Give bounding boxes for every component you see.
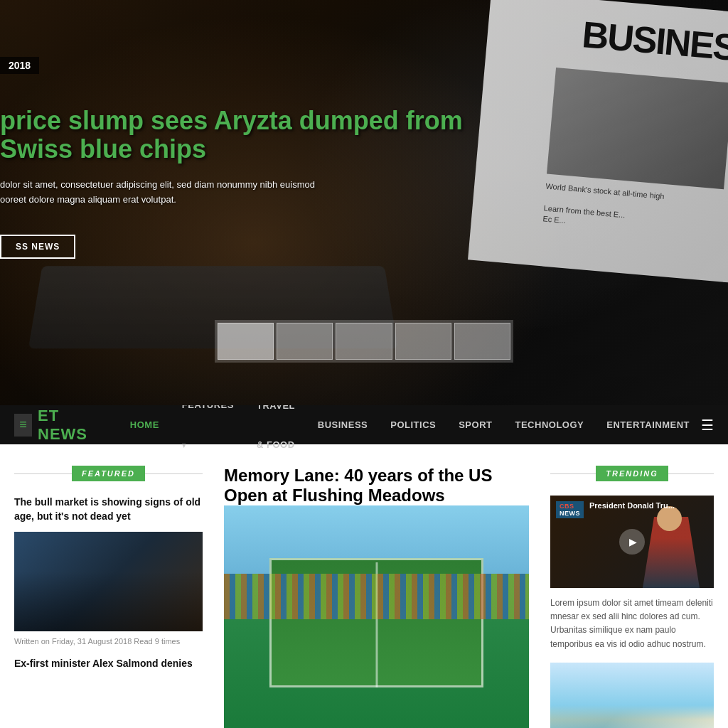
newspaper-image	[547, 68, 728, 189]
trending-column: TRENDING CBS NEWS President Donald Tru..…	[550, 466, 714, 728]
featured-article-1: The bull market is showing signs of old …	[14, 496, 203, 646]
nav-link-entertainment[interactable]: ENTERTAINMENT	[595, 405, 701, 444]
trending-image-2-bg	[550, 663, 714, 728]
main-article-title: Memory Lane: 40 years of the US Open at …	[224, 466, 529, 505]
trending-image-2	[550, 663, 714, 728]
main-article-image	[224, 505, 529, 728]
video-title: President Donald Tru...	[589, 501, 708, 510]
trending-line-right	[668, 473, 714, 474]
trending-description: Lorem ipsum dolor sit amet timeam deleni…	[550, 596, 714, 651]
hero-description: dolor sit amet, consectetuer adipiscing …	[0, 178, 315, 208]
featured-badge: FEATURED	[72, 466, 145, 481]
newspaper-subtext: World Bank's stock at all-time high Lear…	[542, 181, 723, 240]
featured-article-2-title: Ex-first minister Alex Salmond denies	[14, 657, 203, 671]
network-badge: CBS NEWS	[556, 501, 584, 518]
thumb-3[interactable]	[336, 323, 392, 360]
nav-link-politics[interactable]: POLITICS	[379, 405, 447, 444]
hero-date: 2018	[0, 57, 39, 74]
hero-slider-thumbnails	[215, 320, 513, 363]
nav-link-business[interactable]: BUSINESS	[306, 405, 379, 444]
main-content-area: FEATURED The bull market is showing sign…	[0, 444, 728, 728]
trending-badge: TRENDING	[596, 466, 668, 481]
thumb-1[interactable]	[218, 323, 274, 360]
featured-article-2: Ex-first minister Alex Salmond denies	[14, 657, 203, 671]
logo-text: ET NEWS	[38, 407, 97, 444]
nav-link-sport[interactable]: SPORT	[447, 405, 503, 444]
featured-line-right	[145, 473, 203, 474]
site-logo[interactable]: ET NEWS	[14, 407, 97, 444]
featured-article-1-link[interactable]: The bull market is showing signs of old …	[14, 496, 200, 522]
thumb-4[interactable]	[395, 323, 451, 360]
nav-link-technology[interactable]: TECHNOLOGY	[504, 405, 596, 444]
main-article-column: Memory Lane: 40 years of the US Open at …	[224, 466, 529, 728]
person-head-silhouette	[657, 506, 682, 531]
trending-section-header: TRENDING	[550, 466, 714, 481]
hero-cta-button[interactable]: SS NEWS	[0, 235, 75, 259]
content-grid: FEATURED The bull market is showing sign…	[14, 466, 714, 728]
featured-article-1-image	[14, 532, 203, 631]
featured-section-header: FEATURED	[14, 466, 203, 481]
nav-item-sport[interactable]: SPORT	[447, 405, 503, 444]
thumb-2[interactable]	[277, 323, 333, 360]
logo-icon	[14, 414, 32, 437]
nav-item-business[interactable]: BUSINESS	[306, 405, 379, 444]
featured-article-2-link[interactable]: Ex-first minister Alex Salmond denies	[14, 658, 193, 669]
play-button[interactable]	[619, 529, 645, 555]
hero-section: BUSINES World Bank's stock at all-time h…	[0, 0, 728, 405]
trending-video-player[interactable]: CBS NEWS President Donald Tru...	[550, 496, 714, 588]
trending-line-left	[550, 473, 596, 474]
nav-item-technology[interactable]: TECHNOLOGY	[504, 405, 596, 444]
nav-item-home[interactable]: HOME	[119, 405, 171, 444]
navigation-bar: ET NEWS HOME FEATURES TRAVEL & FOOD BUSI…	[0, 405, 728, 444]
featured-article-1-meta: Written on Friday, 31 August 2018 Read 9…	[14, 637, 203, 646]
hamburger-menu-icon[interactable]: ☰	[701, 417, 714, 434]
newspaper-title-text: BUSINES	[581, 13, 728, 69]
nav-item-politics[interactable]: POLITICS	[379, 405, 447, 444]
featured-image-bg	[14, 532, 203, 631]
featured-column: FEATURED The bull market is showing sign…	[14, 466, 203, 728]
featured-line-left	[14, 473, 72, 474]
crowd-simulation	[224, 574, 529, 619]
thumb-5[interactable]	[454, 323, 510, 360]
nav-item-entertainment[interactable]: ENTERTAINMENT	[595, 405, 701, 444]
featured-article-1-title: The bull market is showing signs of old …	[14, 496, 203, 523]
hero-headline: price slump sees Aryzta dumped from Swis…	[0, 107, 519, 163]
nav-link-home[interactable]: HOME	[119, 405, 171, 444]
